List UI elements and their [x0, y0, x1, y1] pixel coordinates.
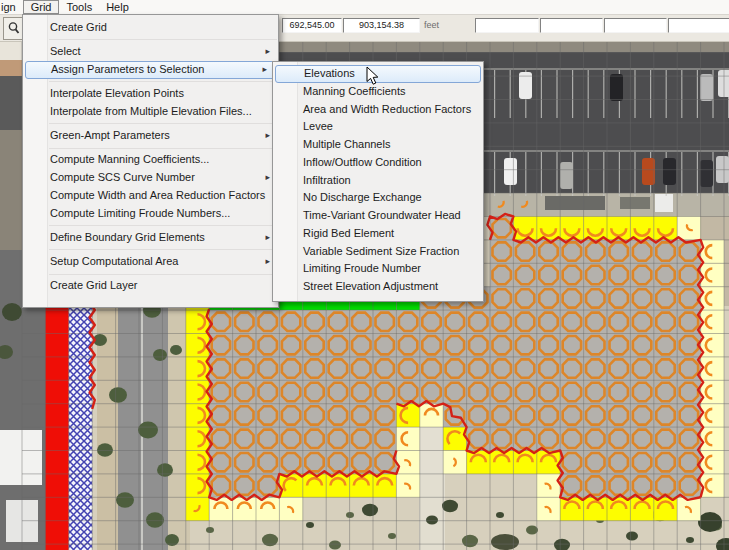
grid-cell[interactable]: [513, 451, 536, 474]
x-coordinate-field[interactable]: 692,545.00: [282, 18, 342, 33]
grid-cell[interactable]: [350, 310, 373, 333]
grid-cell[interactable]: [513, 380, 536, 403]
grid-cell[interactable]: [373, 427, 396, 450]
grid-cell[interactable]: [279, 380, 302, 403]
grid-cell[interactable]: [420, 404, 443, 427]
grid-cell[interactable]: [584, 404, 607, 427]
grid-cell[interactable]: [537, 263, 560, 286]
grid-cell[interactable]: [373, 380, 396, 403]
menu-item-interpolate-from-multiple-elevation-files[interactable]: Interpolate from Multiple Elevation File…: [23, 103, 278, 121]
grid-cell[interactable]: [326, 310, 349, 333]
grid-cell[interactable]: [513, 240, 536, 263]
grid-cell[interactable]: [654, 310, 677, 333]
grid-cell[interactable]: [654, 451, 677, 474]
grid-cell[interactable]: [233, 427, 256, 450]
grid-cell[interactable]: [420, 357, 443, 380]
submenu-item-levee[interactable]: Levee: [273, 118, 483, 136]
submenu-item-area-and-width-reduction-factors[interactable]: Area and Width Reduction Factors: [273, 101, 483, 119]
menu-item-define-boundary-grid-elements[interactable]: Define Boundary Grid Elements▸: [23, 229, 278, 247]
grid-cell[interactable]: [537, 334, 560, 357]
submenu-item-limiting-froude-number[interactable]: Limiting Froude Number: [273, 260, 483, 278]
grid-cell[interactable]: [209, 310, 232, 333]
grid-cell[interactable]: [303, 427, 326, 450]
grid-cell[interactable]: [279, 334, 302, 357]
grid-cell[interactable]: [701, 357, 724, 380]
grid-cell[interactable]: [630, 240, 653, 263]
grid-cell[interactable]: [490, 240, 513, 263]
grid-cell[interactable]: [630, 451, 653, 474]
grid-cell[interactable]: [490, 451, 513, 474]
grid-cell[interactable]: [350, 334, 373, 357]
grid-cell[interactable]: [209, 497, 232, 520]
grid-cell[interactable]: [443, 427, 466, 450]
grid-cell[interactable]: [420, 427, 443, 450]
submenu-item-inflow-outflow-condition[interactable]: Inflow/Outflow Condition: [273, 154, 483, 172]
y-coordinate-field[interactable]: 903,154.38: [343, 18, 420, 33]
submenu-item-rigid-bed-element[interactable]: Rigid Bed Element: [273, 225, 483, 243]
submenu-item-multiple-channels[interactable]: Multiple Channels: [273, 136, 483, 154]
status-field-1[interactable]: [475, 18, 539, 33]
grid-cell[interactable]: [490, 217, 513, 240]
grid-cell[interactable]: [513, 427, 536, 450]
status-field-4[interactable]: [668, 18, 729, 33]
grid-cell[interactable]: [630, 310, 653, 333]
grid-cell[interactable]: [607, 263, 630, 286]
menu-item-compute-limiting-froude-numbers[interactable]: Compute Limiting Froude Numbers...: [23, 205, 278, 223]
submenu-item-variable-sediment-size-fraction[interactable]: Variable Sediment Size Fraction: [273, 243, 483, 261]
grid-cell[interactable]: [654, 240, 677, 263]
grid-cell[interactable]: [677, 217, 700, 240]
grid-cell[interactable]: [607, 451, 630, 474]
grid-cell[interactable]: [607, 404, 630, 427]
grid-cell[interactable]: [209, 427, 232, 450]
grid-cell[interactable]: [467, 357, 490, 380]
grid-cell[interactable]: [350, 427, 373, 450]
grid-cell[interactable]: [537, 240, 560, 263]
grid-cell[interactable]: [560, 357, 583, 380]
grid-cell[interactable]: [654, 334, 677, 357]
grid-cell[interactable]: [396, 380, 419, 403]
menu-item-compute-width-and-area-reduction-factors[interactable]: Compute Width and Area Reduction Factors: [23, 187, 278, 205]
grid-cell[interactable]: [350, 380, 373, 403]
grid-cell[interactable]: [560, 497, 583, 520]
grid-cell[interactable]: [560, 427, 583, 450]
grid-cell[interactable]: [654, 357, 677, 380]
grid-cell[interactable]: [186, 451, 209, 474]
grid-cell[interactable]: [513, 357, 536, 380]
grid-cell[interactable]: [303, 451, 326, 474]
grid-cell[interactable]: [467, 334, 490, 357]
grid-cell[interactable]: [677, 404, 700, 427]
grid-cell[interactable]: [350, 404, 373, 427]
menu-item-interpolate-elevation-points[interactable]: Interpolate Elevation Points: [23, 85, 278, 103]
grid-cell[interactable]: [396, 474, 419, 497]
grid-cell[interactable]: [560, 334, 583, 357]
grid-cell[interactable]: [490, 404, 513, 427]
menu-item-assign-parameters-to-selection[interactable]: Assign Parameters to Selection▸: [25, 61, 276, 79]
grid-cell[interactable]: [607, 497, 630, 520]
grid-cell[interactable]: [584, 451, 607, 474]
grid-cell[interactable]: [350, 357, 373, 380]
grid-cell[interactable]: [326, 380, 349, 403]
grid-cell[interactable]: [630, 287, 653, 310]
grid-cell[interactable]: [701, 427, 724, 450]
grid-cell[interactable]: [584, 427, 607, 450]
grid-cell[interactable]: [630, 357, 653, 380]
grid-cell[interactable]: [654, 217, 677, 240]
grid-cell[interactable]: [537, 380, 560, 403]
grid-cell[interactable]: [584, 474, 607, 497]
grid-cell[interactable]: [279, 357, 302, 380]
grid-cell[interactable]: [607, 287, 630, 310]
grid-cell[interactable]: [701, 263, 724, 286]
grid-cell[interactable]: [233, 380, 256, 403]
grid-cell[interactable]: [467, 404, 490, 427]
submenu-item-time-variant-groundwater-head[interactable]: Time-Variant Groundwater Head: [273, 207, 483, 225]
grid-cell[interactable]: [279, 404, 302, 427]
grid-cell[interactable]: [396, 451, 419, 474]
grid-cell[interactable]: [607, 427, 630, 450]
grid-cell[interactable]: [256, 380, 279, 403]
grid-cell[interactable]: [677, 287, 700, 310]
grid-cell[interactable]: [560, 310, 583, 333]
menubar-item-grid[interactable]: Grid: [23, 0, 60, 14]
grid-cell[interactable]: [467, 380, 490, 403]
grid-cell[interactable]: [256, 497, 279, 520]
grid-cell[interactable]: [256, 334, 279, 357]
